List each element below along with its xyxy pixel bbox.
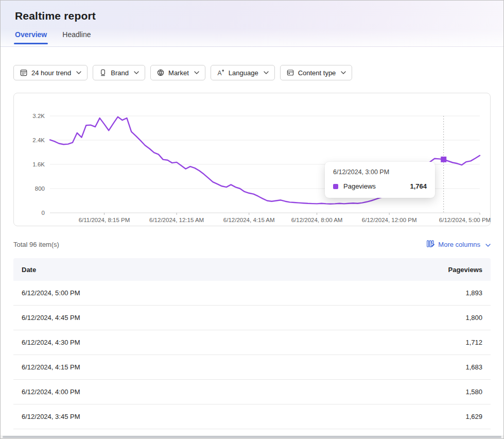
realtime-report-page: Realtime report Overview Headline 24 hou…	[0, 0, 504, 439]
table-row: 6/12/2024, 4:00 PM1,580	[13, 380, 491, 404]
tooltip-value: 1,764	[410, 182, 427, 190]
total-count: Total 96 item(s)	[13, 241, 59, 248]
date-cell: 6/12/2024, 3:45 PM	[22, 413, 80, 420]
filter-language-label: Language	[229, 69, 258, 77]
translate-icon: A	[217, 69, 225, 77]
filter-content-type-label: Content type	[298, 69, 336, 77]
page-header: Realtime report Overview Headline	[1, 1, 503, 47]
tab-headline[interactable]: Headline	[61, 30, 92, 44]
date-cell: 6/12/2024, 4:30 PM	[22, 339, 80, 346]
chevron-down-icon	[485, 241, 491, 248]
pageviews-cell: 1,683	[465, 363, 482, 371]
brand-icon	[99, 69, 107, 77]
filter-market[interactable]: Market	[150, 65, 205, 80]
table-header-row: Date Pageviews	[13, 258, 491, 281]
horizontal-scrollbar-thumb[interactable]	[3, 436, 501, 438]
tab-headline-label: Headline	[62, 30, 91, 39]
pageviews-table: Date Pageviews 6/12/2024, 5:00 PM1,8936/…	[13, 258, 491, 429]
svg-text:1.6K: 1.6K	[32, 161, 45, 167]
date-cell: 6/12/2024, 4:45 PM	[22, 314, 80, 322]
pageviews-cell: 1,629	[465, 413, 482, 420]
chevron-down-icon	[76, 71, 81, 74]
active-tab-underline	[14, 43, 48, 44]
pageviews-series-swatch	[333, 184, 338, 189]
table-body: 6/12/2024, 5:00 PM1,8936/12/2024, 4:45 P…	[13, 281, 491, 429]
pageviews-cell: 1,893	[465, 289, 482, 297]
table-row: 6/12/2024, 3:45 PM1,629	[13, 404, 491, 429]
pageviews-cell: 1,712	[465, 339, 482, 346]
globe-icon	[157, 69, 165, 77]
column-header-date: Date	[22, 266, 36, 274]
filter-24-hour-trend-label: 24 hour trend	[31, 69, 71, 77]
svg-text:3.2K: 3.2K	[32, 113, 45, 119]
page-title: Realtime report	[15, 10, 489, 22]
svg-text:6/11/2024, 8:15 PM: 6/11/2024, 8:15 PM	[79, 217, 130, 223]
svg-text:800: 800	[35, 185, 45, 192]
pageviews-cell: 1,800	[465, 314, 482, 322]
tab-overview-label: Overview	[15, 30, 47, 39]
chevron-down-icon	[341, 71, 346, 74]
horizontal-scrollbar[interactable]	[1, 435, 503, 438]
chevron-down-icon	[264, 71, 269, 74]
filter-brand-label: Brand	[111, 69, 129, 77]
date-cell: 6/12/2024, 5:00 PM	[22, 289, 80, 297]
filter-market-label: Market	[168, 69, 189, 77]
table-meta-bar: Total 96 item(s) More columns	[13, 238, 491, 251]
content-type-icon	[286, 69, 294, 77]
svg-text:6/12/2024, 4:15 AM: 6/12/2024, 4:15 AM	[223, 217, 275, 223]
chevron-down-icon	[134, 71, 139, 74]
more-columns-button[interactable]: More columns	[426, 240, 491, 249]
svg-text:6/12/2024, 12:00 PM: 6/12/2024, 12:00 PM	[362, 217, 417, 223]
table-row: 6/12/2024, 4:15 PM1,683	[13, 355, 491, 380]
date-cell: 6/12/2024, 4:00 PM	[22, 388, 80, 396]
chart-card: 08001.6K2.4K3.2K6/11/2024, 8:15 PM6/12/2…	[13, 93, 491, 226]
tab-bar: Overview Headline	[13, 30, 489, 44]
filter-brand[interactable]: Brand	[93, 65, 145, 80]
columns-edit-icon	[426, 240, 435, 249]
filter-bar: 24 hour trend Brand Market	[13, 65, 491, 80]
filter-content-type[interactable]: Content type	[280, 65, 353, 80]
svg-text:6/12/2024, 12:15 AM: 6/12/2024, 12:15 AM	[149, 217, 204, 223]
filter-language[interactable]: A Language	[211, 65, 275, 80]
chevron-down-icon	[194, 71, 199, 74]
tab-overview[interactable]: Overview	[13, 30, 48, 44]
table-row: 6/12/2024, 5:00 PM1,893	[13, 281, 491, 306]
calendar-icon	[20, 69, 28, 77]
table-row: 6/12/2024, 4:45 PM1,800	[13, 306, 491, 330]
more-columns-label: More columns	[438, 241, 480, 248]
svg-text:2.4K: 2.4K	[32, 137, 45, 143]
pageviews-cell: 1,580	[465, 388, 482, 396]
filter-24-hour-trend[interactable]: 24 hour trend	[13, 65, 88, 80]
svg-text:A: A	[217, 70, 221, 77]
chart-tooltip: 6/12/2024, 3:00 PM Pageviews 1,764	[325, 162, 435, 198]
pageviews-line-chart[interactable]: 08001.6K2.4K3.2K6/11/2024, 8:15 PM6/12/2…	[14, 93, 491, 226]
svg-text:0: 0	[42, 210, 45, 216]
column-header-pageviews: Pageviews	[448, 266, 483, 274]
svg-text:6/12/2024, 5:00 PM: 6/12/2024, 5:00 PM	[439, 217, 491, 223]
tooltip-date: 6/12/2024, 3:00 PM	[333, 168, 427, 176]
date-cell: 6/12/2024, 4:15 PM	[22, 363, 80, 371]
svg-text:6/12/2024, 8:00 AM: 6/12/2024, 8:00 AM	[291, 217, 343, 223]
table-row: 6/12/2024, 4:30 PM1,712	[13, 330, 491, 355]
tooltip-series-label: Pageviews	[343, 182, 376, 190]
